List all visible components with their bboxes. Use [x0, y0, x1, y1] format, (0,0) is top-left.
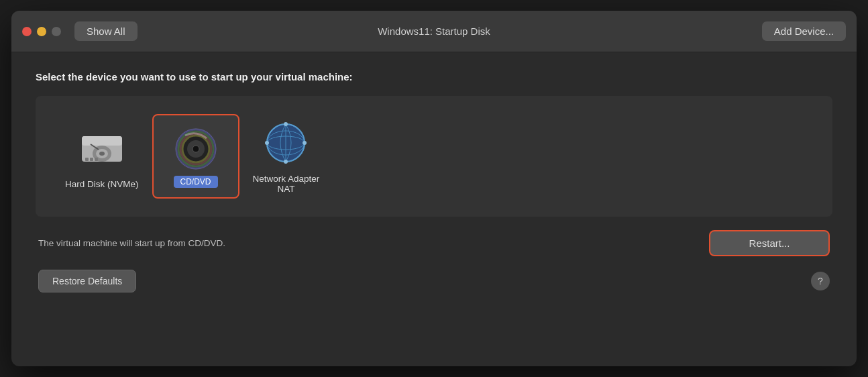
- device-item-network-adapter[interactable]: Network Adapter NAT: [239, 109, 333, 203]
- window-title: Windows11: Startup Disk: [378, 25, 490, 37]
- add-device-button[interactable]: Add Device...: [762, 21, 846, 41]
- minimize-button[interactable]: [37, 27, 46, 36]
- close-button[interactable]: [22, 27, 32, 36]
- device-item-cd-dvd[interactable]: CD/DVD: [152, 114, 239, 199]
- instruction-text: Select the device you want to use to sta…: [36, 71, 832, 83]
- network-adapter-icon: [262, 119, 310, 167]
- footer-row: Restore Defaults ?: [36, 270, 832, 292]
- svg-point-25: [303, 141, 307, 145]
- content-area: Select the device you want to use to sta…: [11, 52, 857, 366]
- network-adapter-nat: NAT: [253, 184, 320, 194]
- svg-rect-6: [85, 158, 89, 161]
- svg-point-22: [284, 122, 288, 126]
- bottom-row: The virtual machine will start up from C…: [36, 230, 832, 256]
- status-text: The virtual machine will start up from C…: [38, 238, 225, 248]
- svg-rect-1: [82, 136, 122, 146]
- device-selection-area: Hard Disk (NVMe): [36, 96, 832, 217]
- cd-dvd-icon: [172, 125, 220, 173]
- svg-rect-7: [90, 158, 93, 161]
- help-button[interactable]: ?: [811, 272, 830, 290]
- svg-point-24: [265, 141, 269, 145]
- svg-point-4: [99, 152, 105, 156]
- device-item-hard-disk[interactable]: Hard Disk (NVMe): [52, 115, 152, 199]
- titlebar: Show All Windows11: Startup Disk Add Dev…: [11, 11, 857, 52]
- traffic-lights: [22, 27, 61, 36]
- show-all-button[interactable]: Show All: [74, 21, 138, 41]
- svg-point-23: [284, 160, 288, 164]
- hard-disk-icon: [78, 124, 126, 172]
- svg-rect-8: [95, 158, 98, 161]
- restore-defaults-button[interactable]: Restore Defaults: [38, 270, 136, 292]
- hard-disk-label: Hard Disk (NVMe): [65, 179, 139, 189]
- cd-dvd-sublabel: CD/DVD: [174, 176, 218, 188]
- maximize-button[interactable]: [52, 27, 61, 36]
- network-adapter-label: Network Adapter: [253, 174, 320, 184]
- restart-button[interactable]: Restart...: [709, 230, 830, 256]
- window: Show All Windows11: Startup Disk Add Dev…: [11, 11, 857, 366]
